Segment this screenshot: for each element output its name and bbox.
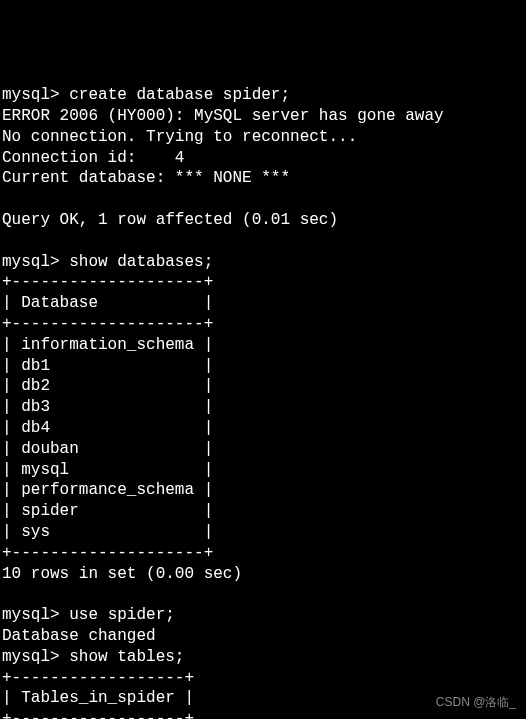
- database-changed: Database changed: [2, 627, 156, 645]
- table-row: | information_schema |: [2, 336, 213, 354]
- reconnect-line-3: Current database: *** NONE ***: [2, 169, 290, 187]
- table-row: | mysql |: [2, 461, 213, 479]
- table-border: +--------------------+: [2, 315, 213, 333]
- watermark: CSDN @洛临_: [436, 695, 516, 711]
- prompt: mysql>: [2, 86, 60, 104]
- table-border: +------------------+: [2, 710, 194, 719]
- prompt: mysql>: [2, 253, 60, 271]
- table-header: | Database |: [2, 294, 213, 312]
- command-use-spider: use spider;: [69, 606, 175, 624]
- table-row: | sys |: [2, 523, 213, 541]
- command-show-databases: show databases;: [69, 253, 213, 271]
- reconnect-line-2: Connection id: 4: [2, 149, 184, 167]
- prompt: mysql>: [2, 648, 60, 666]
- terminal-output: mysql> create database spider; ERROR 200…: [2, 85, 526, 719]
- table-header: | Tables_in_spider |: [2, 689, 194, 707]
- error-line: ERROR 2006 (HY000): MySQL server has gon…: [2, 107, 444, 125]
- table-row: | db1 |: [2, 357, 213, 375]
- table-border: +--------------------+: [2, 544, 213, 562]
- table-row: | performance_schema |: [2, 481, 213, 499]
- table-row: | douban |: [2, 440, 213, 458]
- table-row: | db4 |: [2, 419, 213, 437]
- table-row: | db3 |: [2, 398, 213, 416]
- table-border: +--------------------+: [2, 273, 213, 291]
- table-row: | db2 |: [2, 377, 213, 395]
- reconnect-line-1: No connection. Trying to reconnect...: [2, 128, 357, 146]
- command-show-tables: show tables;: [69, 648, 184, 666]
- query-result: 10 rows in set (0.00 sec): [2, 565, 242, 583]
- query-result: Query OK, 1 row affected (0.01 sec): [2, 211, 338, 229]
- command-create-database: create database spider;: [69, 86, 290, 104]
- table-row: | spider |: [2, 502, 213, 520]
- table-border: +------------------+: [2, 669, 194, 687]
- prompt: mysql>: [2, 606, 60, 624]
